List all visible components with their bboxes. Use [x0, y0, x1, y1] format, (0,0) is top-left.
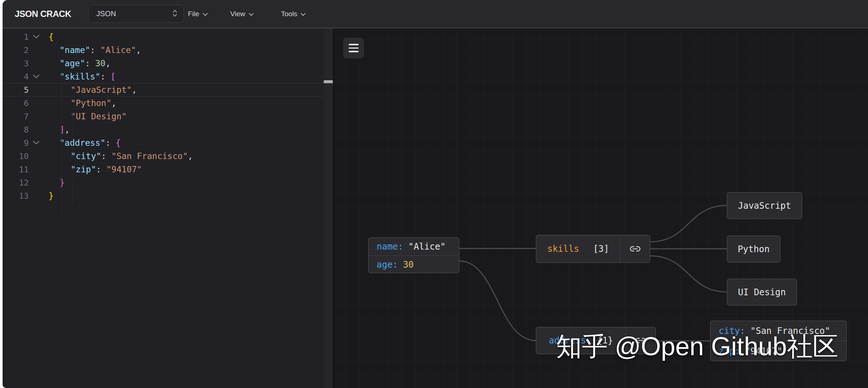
menu-tools[interactable]: Tools — [281, 0, 306, 28]
menu-icon[interactable] — [343, 38, 364, 59]
code-text: "age": 30, — [43, 59, 111, 68]
link-icon[interactable] — [620, 235, 650, 262]
line-number: 5 — [3, 85, 29, 95]
fold-chevron-icon[interactable] — [29, 141, 43, 145]
editor-line-7[interactable]: 7"UI Design" — [3, 110, 324, 123]
menu-view[interactable]: View — [230, 0, 254, 28]
line-number: 11 — [3, 165, 29, 174]
node-value: Python — [738, 244, 770, 254]
node-key: skills — [547, 244, 579, 254]
editor-line-3[interactable]: 3"age": 30, — [3, 57, 324, 70]
chevron-down-icon — [203, 10, 208, 18]
code-text: "zip": "94107" — [43, 165, 142, 174]
indent-guide — [72, 177, 73, 204]
node-value: 30 — [403, 260, 414, 270]
line-number: 9 — [3, 138, 29, 148]
editor-line-9[interactable]: 9"address": { — [3, 136, 324, 149]
editor-line-1[interactable]: 1{ — [3, 30, 324, 43]
line-number: 8 — [3, 125, 29, 134]
menu-icon-bar — [349, 51, 359, 52]
line-number: 4 — [3, 72, 29, 81]
code-text: ], — [43, 125, 70, 134]
menu-file[interactable]: File — [188, 0, 208, 28]
editor-lines: 1{2"name": "Alice",3"age": 30,4"skills":… — [3, 30, 324, 202]
line-number: 13 — [3, 191, 29, 201]
code-text: "UI Design" — [43, 112, 127, 121]
chevron-down-icon — [249, 10, 254, 18]
node-skills-text: skills [3] — [536, 235, 620, 262]
code-text: "name": "Alice", — [43, 45, 141, 55]
format-select-value: JSON — [96, 10, 172, 18]
fold-chevron-icon[interactable] — [29, 35, 43, 39]
code-text: "JavaScript", — [43, 85, 137, 95]
editor-line-4[interactable]: 4"skills": [ — [3, 70, 324, 83]
node-javascript[interactable]: JavaScript — [727, 192, 802, 219]
menu-icon-bar — [349, 44, 359, 45]
editor-line-5[interactable]: 5"JavaScript", — [3, 83, 324, 96]
node-row-name: name: "Alice" — [369, 238, 459, 255]
indent-guide — [61, 71, 62, 217]
editor-scrollbar-marker[interactable] — [324, 80, 333, 83]
editor-line-6[interactable]: 6"Python", — [3, 96, 324, 110]
menu-icon-bar — [349, 47, 359, 49]
line-number: 12 — [3, 178, 29, 187]
editor-line-11[interactable]: 11"zip": "94107" — [3, 163, 324, 176]
node-skills-array[interactable]: skills [3] — [536, 235, 650, 263]
editor-line-13[interactable]: 13} — [3, 189, 324, 202]
menu-tools-label: Tools — [281, 10, 297, 18]
node-root-object[interactable]: name: "Alice" age: 30 — [368, 237, 459, 273]
fold-chevron-icon[interactable] — [29, 75, 43, 78]
node-count: [3] — [593, 244, 609, 254]
chevron-down-icon — [300, 10, 306, 18]
code-text: "Python", — [43, 98, 117, 108]
menu-view-label: View — [230, 10, 245, 18]
node-key: age: — [377, 260, 398, 270]
indent-guide — [72, 111, 73, 151]
app-logo: JSON CRACK — [15, 0, 71, 28]
select-updown-icon — [172, 8, 178, 20]
code-text: { — [43, 32, 54, 42]
watermark: 知乎 @Open Github社区 — [556, 332, 838, 361]
toolbar: JSON CRACK JSON File View Tools — [3, 0, 868, 28]
line-number: 6 — [3, 99, 29, 108]
editor-line-2[interactable]: 2"name": "Alice", — [3, 43, 324, 57]
node-value: JavaScript — [738, 201, 791, 211]
editor-line-10[interactable]: 10"city": "San Francisco", — [3, 149, 324, 163]
node-row-age: age: 30 — [369, 255, 459, 273]
format-select[interactable]: JSON — [88, 5, 184, 23]
menu-file-label: File — [188, 10, 199, 18]
line-number: 2 — [3, 46, 29, 55]
line-number: 3 — [3, 59, 29, 68]
code-text: "skills": [ — [43, 72, 115, 81]
editor-line-8[interactable]: 8], — [3, 123, 324, 136]
json-editor[interactable]: 1{2"name": "Alice",3"age": 30,4"skills":… — [3, 28, 334, 388]
code-text: "address": { — [43, 138, 121, 148]
node-value: UI Design — [738, 287, 786, 297]
node-value: "Alice" — [408, 241, 445, 252]
line-number: 1 — [3, 32, 29, 42]
node-python[interactable]: Python — [727, 236, 780, 262]
code-text: } — [43, 191, 54, 201]
code-text: "city": "San Francisco", — [43, 151, 193, 161]
editor-line-12[interactable]: 12} — [3, 176, 324, 189]
line-number: 7 — [3, 112, 29, 121]
node-uidesign[interactable]: UI Design — [727, 279, 797, 306]
line-number: 10 — [3, 152, 29, 161]
app-window: JSON CRACK JSON File View Tools 1{2"name… — [3, 0, 868, 388]
node-key: name: — [377, 241, 403, 252]
